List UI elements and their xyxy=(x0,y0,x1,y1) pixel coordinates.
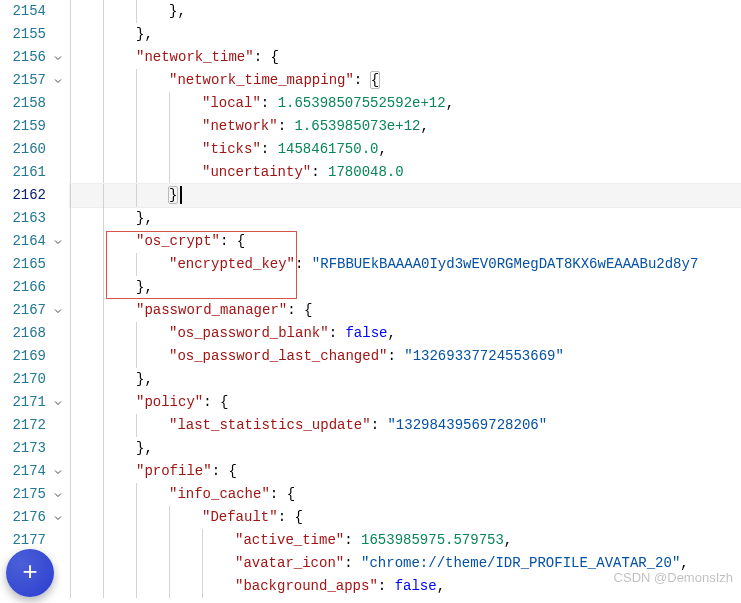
code-line[interactable]: }, xyxy=(70,23,741,46)
code-line[interactable]: "avatar_icon": "chrome://theme/IDR_PROFI… xyxy=(70,552,741,575)
line-number: 2177 xyxy=(0,529,46,552)
fold-chevron-down-icon[interactable] xyxy=(46,46,70,69)
fold-spacer xyxy=(46,161,70,184)
code-line[interactable]: "Default": { xyxy=(70,506,741,529)
code-line[interactable]: } xyxy=(70,184,741,207)
code-line[interactable]: "encrypted_key": "RFBBUEkBAAAA0Iyd3wEV0R… xyxy=(70,253,741,276)
line-number: 2158 xyxy=(0,92,46,115)
fold-spacer xyxy=(46,414,70,437)
line-number: 2156 xyxy=(0,46,46,69)
code-line[interactable]: "password_manager": { xyxy=(70,299,741,322)
fold-spacer xyxy=(46,276,70,299)
fold-chevron-down-icon[interactable] xyxy=(46,230,70,253)
code-line[interactable]: "os_password_blank": false, xyxy=(70,322,741,345)
code-line[interactable]: "info_cache": { xyxy=(70,483,741,506)
code-line[interactable]: "network_time_mapping": { xyxy=(70,69,741,92)
fold-column[interactable] xyxy=(46,0,70,598)
line-number: 2169 xyxy=(0,345,46,368)
line-number-gutter: 2154215521562157215821592160216121622163… xyxy=(0,0,46,598)
fold-spacer xyxy=(46,138,70,161)
fold-spacer xyxy=(46,115,70,138)
fold-spacer xyxy=(46,322,70,345)
code-line[interactable]: "os_crypt": { xyxy=(70,230,741,253)
code-line[interactable]: }, xyxy=(70,368,741,391)
fold-spacer xyxy=(46,92,70,115)
fold-spacer xyxy=(46,368,70,391)
fold-spacer xyxy=(46,529,70,552)
line-number: 2165 xyxy=(0,253,46,276)
fold-spacer xyxy=(46,253,70,276)
code-line[interactable]: "network_time": { xyxy=(70,46,741,69)
code-line[interactable]: "network": 1.653985073e+12, xyxy=(70,115,741,138)
code-line[interactable]: "last_statistics_update": "1329843956972… xyxy=(70,414,741,437)
code-editor[interactable]: 2154215521562157215821592160216121622163… xyxy=(0,0,741,598)
line-number: 2155 xyxy=(0,23,46,46)
code-line[interactable]: }, xyxy=(70,0,741,23)
line-number: 2163 xyxy=(0,207,46,230)
code-line[interactable]: "local": 1.65398507552592e+12, xyxy=(70,92,741,115)
add-fab-button[interactable]: + xyxy=(6,549,54,597)
line-number: 2160 xyxy=(0,138,46,161)
fold-chevron-down-icon[interactable] xyxy=(46,69,70,92)
line-number: 2159 xyxy=(0,115,46,138)
fold-spacer xyxy=(46,0,70,23)
code-line[interactable]: "active_time": 1653985975.579753, xyxy=(70,529,741,552)
fold-chevron-down-icon[interactable] xyxy=(46,460,70,483)
code-line[interactable]: "uncertainty": 1780048.0 xyxy=(70,161,741,184)
fold-spacer xyxy=(46,345,70,368)
fold-chevron-down-icon[interactable] xyxy=(46,299,70,322)
fold-spacer xyxy=(46,437,70,460)
line-number: 2170 xyxy=(0,368,46,391)
line-number: 2161 xyxy=(0,161,46,184)
plus-icon: + xyxy=(22,562,38,585)
code-line[interactable]: }, xyxy=(70,276,741,299)
line-number: 2172 xyxy=(0,414,46,437)
code-line[interactable]: }, xyxy=(70,207,741,230)
code-line[interactable]: }, xyxy=(70,437,741,460)
fold-chevron-down-icon[interactable] xyxy=(46,483,70,506)
code-line[interactable]: "ticks": 1458461750.0, xyxy=(70,138,741,161)
fold-chevron-down-icon[interactable] xyxy=(46,506,70,529)
code-line[interactable]: "profile": { xyxy=(70,460,741,483)
code-content[interactable]: },},"network_time": {"network_time_mappi… xyxy=(70,0,741,598)
line-number: 2168 xyxy=(0,322,46,345)
line-number: 2167 xyxy=(0,299,46,322)
fold-spacer xyxy=(46,207,70,230)
line-number: 2154 xyxy=(0,0,46,23)
line-number: 2173 xyxy=(0,437,46,460)
code-line[interactable]: "policy": { xyxy=(70,391,741,414)
code-line[interactable]: "background_apps": false, xyxy=(70,575,741,598)
line-number: 2175 xyxy=(0,483,46,506)
line-number: 2166 xyxy=(0,276,46,299)
line-number: 2176 xyxy=(0,506,46,529)
text-cursor xyxy=(180,186,182,204)
fold-spacer xyxy=(46,23,70,46)
line-number: 2162 xyxy=(0,184,46,207)
line-number: 2164 xyxy=(0,230,46,253)
line-number: 2171 xyxy=(0,391,46,414)
code-line[interactable]: "os_password_last_changed": "13269337724… xyxy=(70,345,741,368)
line-number: 2174 xyxy=(0,460,46,483)
line-number: 2157 xyxy=(0,69,46,92)
fold-spacer xyxy=(46,184,70,207)
fold-chevron-down-icon[interactable] xyxy=(46,391,70,414)
